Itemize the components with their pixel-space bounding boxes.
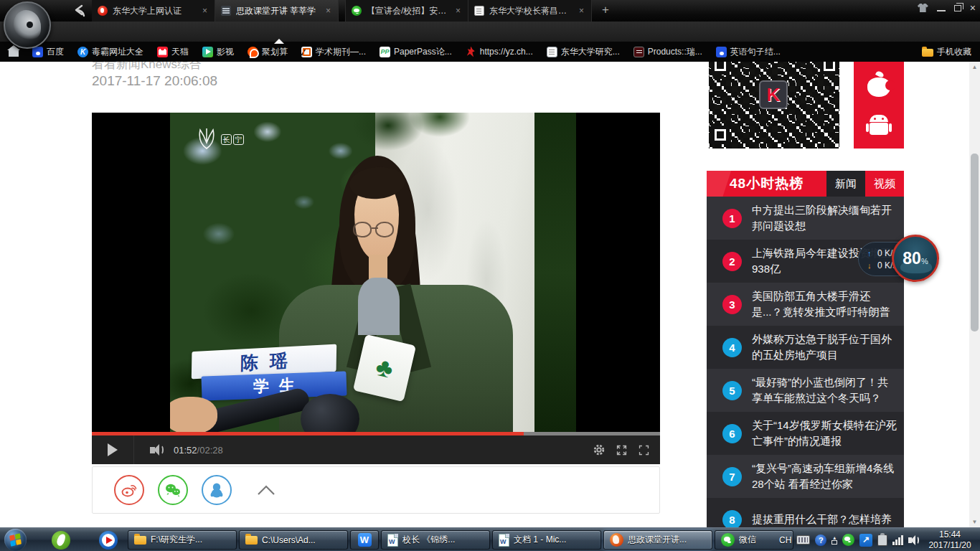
tab-xuanjianghui[interactable]: 【宣讲会/校招】安踏... ×: [345, 0, 468, 22]
bookmark-english[interactable]: 英语句子结...: [716, 46, 781, 58]
help-icon[interactable]: ?: [815, 534, 826, 546]
tab-news[interactable]: 新闻: [826, 171, 865, 197]
sync-tray-icon[interactable]: ↗: [859, 534, 872, 547]
apple-icon[interactable]: [867, 77, 890, 97]
tab-close-icon[interactable]: ×: [578, 6, 585, 16]
scroll-down-arrow[interactable]: ▼: [969, 517, 980, 527]
new-tab-button[interactable]: +: [596, 2, 615, 19]
wechat-tray-icon[interactable]: [842, 534, 854, 546]
android-icon[interactable]: [866, 115, 892, 136]
bookmark-tmall[interactable]: 天猫: [157, 46, 189, 58]
taskbar-folder-c[interactable]: C:\Users\Ad...: [239, 530, 348, 550]
tab-video[interactable]: 视频: [865, 171, 904, 197]
system-tray: CH ? ▴ ↗: [779, 528, 919, 551]
scroll-up-arrow[interactable]: ▲: [969, 62, 980, 72]
qr-finder: [711, 126, 730, 144]
page-scrollbar[interactable]: ▲ ▼: [969, 62, 980, 527]
keyboard-icon[interactable]: [796, 535, 810, 545]
tab-close-icon[interactable]: ×: [324, 6, 332, 16]
share-wechat-button[interactable]: [158, 475, 188, 505]
start-button[interactable]: [4, 529, 27, 551]
coreldraw-icon[interactable]: [52, 531, 70, 550]
journal-icon: [301, 47, 312, 57]
fullscreen-icon[interactable]: [638, 444, 650, 456]
bookmark-yz[interactable]: https://yz.ch...: [466, 47, 533, 57]
skin-theme-icon[interactable]: [918, 4, 928, 12]
task-label: 校长 《锦绣...: [402, 534, 455, 546]
tab-sizheng-active[interactable]: 思政课堂开讲 莘莘学 ×: [215, 0, 339, 22]
baidu-paw-icon: [32, 47, 43, 57]
hotlist-item[interactable]: 4 外媒称万达急于脱手位于国外的五处房地产项目: [707, 326, 904, 369]
cheetah-browser-logo[interactable]: [4, 1, 51, 49]
bookmark-video[interactable]: 影视: [202, 46, 234, 58]
show-hidden-icons[interactable]: ▴: [831, 535, 837, 545]
hotlist-item-text: 美国防部五角大楼手滑还是...？竟转发推文呼吁特朗普: [752, 288, 897, 321]
reporter-hand: [170, 397, 217, 432]
bookmark-label: 聚划算: [262, 46, 288, 58]
hotlist-item[interactable]: 5 “最好骑”的小蓝也倒闭了！共享单车能熬过这个冬天吗？: [707, 369, 904, 412]
tab-dhu-president[interactable]: 东华大学校长蒋昌俊... ×: [468, 0, 592, 22]
bookmark-products[interactable]: Products::瑞...: [633, 46, 702, 58]
hotlist-tabs: 新闻 视频: [826, 171, 904, 197]
taskbar-word-2[interactable]: W文档 1 - Mic...: [492, 530, 601, 550]
tab-dhu-auth[interactable]: 东华大学上网认证 ×: [92, 0, 215, 22]
rank-badge: 1: [722, 209, 742, 228]
share-qq-button[interactable]: [202, 475, 232, 505]
hotlist-item[interactable]: 6 关于“14岁俄罗斯女模特在沪死亡事件”的情况通报: [707, 412, 904, 455]
video-player[interactable]: 长 宁 ♣ 陈瑶 学生: [92, 113, 660, 464]
bookmark-dhu-grad[interactable]: 东华大学研究...: [547, 46, 620, 58]
hotlist-item-text: “最好骑”的小蓝也倒闭了！共享单车能熬过这个冬天吗？: [752, 375, 897, 407]
bookmark-label: 学术期刊—...: [316, 46, 366, 58]
web-page: 看看新闻Knews综合 2017-11-17 20:06:08 长 宁: [0, 62, 980, 527]
hotlist-item[interactable]: 3 美国防部五角大楼手滑还是...？竟转发推文呼吁特朗普: [707, 283, 904, 326]
bookmark-paperpass[interactable]: PPPaperPass论...: [380, 46, 452, 58]
tab-close-icon[interactable]: ×: [454, 6, 462, 16]
video-frame[interactable]: 长 宁 ♣ 陈瑶 学生: [92, 113, 660, 432]
tab-favicon: [221, 6, 231, 16]
network-signal-icon[interactable]: [892, 535, 903, 545]
tab-favicon: [98, 6, 108, 16]
tmall-cat-icon: [157, 47, 168, 57]
bookmark-juhuasuan[interactable]: 聚划算: [248, 46, 288, 58]
volume-tray-icon[interactable]: [908, 535, 919, 545]
task-label: 文档 1 - Mic...: [514, 534, 566, 546]
collapse-share-button[interactable]: [251, 475, 281, 505]
memory-usage-ball[interactable]: 80 %: [892, 235, 939, 282]
folder-icon: [245, 536, 258, 545]
bookmark-baidu[interactable]: 百度: [32, 46, 64, 58]
taskbar-clock[interactable]: 15:44 2017/11/20: [923, 529, 977, 551]
usage-percent: 80: [903, 249, 921, 268]
taskbar-browser-active[interactable]: 思政课堂开讲...: [603, 530, 712, 550]
taskbar-folder-f[interactable]: F:\研究生学...: [128, 530, 237, 550]
volume-button[interactable]: [150, 444, 164, 456]
weibo-icon: [120, 481, 138, 499]
taskbar-wps[interactable]: W: [350, 530, 379, 550]
hotlist-item[interactable]: 7 “复兴号”高速动车组新增4条线28个站 看看经过你家: [707, 455, 904, 498]
bookmark-duba[interactable]: K毒霸网址大全: [77, 46, 143, 58]
tab-label: 东华大学校长蒋昌俊...: [489, 5, 573, 17]
language-indicator[interactable]: CH: [779, 535, 791, 545]
minimize-button[interactable]: [937, 10, 946, 11]
watermark-char: 长: [221, 134, 232, 145]
upload-arrow-icon: ↑: [867, 249, 875, 258]
video-player-icon[interactable]: [99, 531, 118, 550]
hotlist-item[interactable]: 8 提拔重用什么干部？怎样培养: [707, 498, 904, 527]
logo-eye: [27, 22, 33, 28]
home-icon[interactable]: [9, 50, 19, 57]
settings-gear-icon[interactable]: [593, 443, 606, 456]
bookmark-folder-mobile[interactable]: 手机收藏: [922, 46, 971, 58]
theater-mode-icon[interactable]: [616, 444, 628, 456]
close-button[interactable]: ×: [970, 3, 976, 13]
play-icon: [202, 47, 213, 57]
share-weibo-button[interactable]: [114, 475, 144, 505]
scrollbar-thumb[interactable]: [971, 154, 979, 331]
taskbar-word-1[interactable]: W校长 《锦绣...: [381, 530, 490, 550]
clipboard-tray-icon[interactable]: [877, 534, 887, 546]
time-display: 01:52/02:28: [174, 445, 223, 456]
history-back-icon[interactable]: [72, 4, 88, 18]
restore-button[interactable]: [954, 5, 961, 11]
play-button[interactable]: [92, 443, 133, 456]
bookmark-journal[interactable]: 学术期刊—...: [301, 46, 366, 58]
tab-close-icon[interactable]: ×: [201, 6, 209, 16]
hotlist-item[interactable]: 1 中方提出三阶段解决缅甸若开邦问题设想: [707, 197, 904, 240]
